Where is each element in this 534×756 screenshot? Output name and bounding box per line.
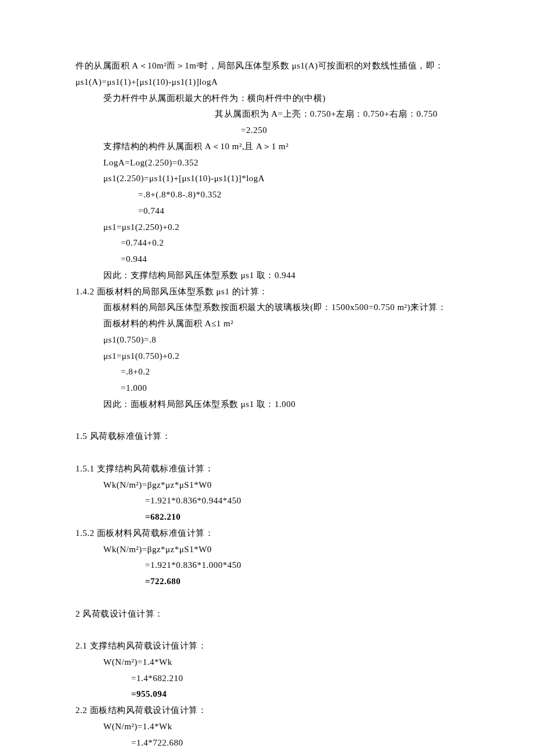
paragraph: Wk(N/m²)=βgz*μz*μS1*W0 — [75, 542, 459, 558]
paragraph: LogA=Log(2.250)=0.352 — [75, 155, 459, 171]
paragraph: μs1=μs1(0.750)+0.2 — [75, 348, 459, 365]
paragraph: =1.921*0.836*0.944*450 — [75, 493, 459, 509]
paragraph: 面板材料的构件从属面积 A≤1 m² — [75, 316, 459, 332]
paragraph: Wk(N/m²)=βgz*μz*μS1*W0 — [75, 477, 459, 494]
spacer — [75, 622, 459, 638]
paragraph: 件的从属面积 A＜10m²而＞1m²时，局部风压体型系数 μs1(A)可按面积的… — [75, 58, 459, 91]
paragraph: 其从属面积为 A=上亮：0.750+左扇：0.750+右扇：0.750 — [75, 106, 459, 123]
spacer — [75, 413, 459, 429]
result-value: =955.094 — [75, 686, 459, 703]
paragraph: W(N/m²)=1.4*Wk — [75, 654, 459, 671]
spacer — [75, 590, 459, 606]
paragraph: =1.921*0.836*1.000*450 — [75, 557, 459, 574]
paragraph: μs1(2.250)=μs1(1)+[μs1(10)-μs1(1)]*logA — [75, 171, 459, 187]
paragraph: =1.4*682.210 — [75, 671, 459, 687]
heading: 1.5 风荷载标准值计算： — [75, 429, 459, 445]
paragraph: 支撑结构的构件从属面积 A＜10 m²,且 A＞1 m² — [75, 139, 459, 155]
paragraph: =1.000 — [75, 380, 459, 397]
heading: 1.5.1 支撑结构风荷载标准值计算： — [75, 461, 459, 477]
paragraph: =2.250 — [75, 123, 459, 139]
result-value: =722.680 — [75, 574, 459, 590]
paragraph: μs1(0.750)=.8 — [75, 332, 459, 348]
heading: 1.4.2 面板材料的局部风压体型系数 μs1 的计算： — [75, 284, 459, 300]
paragraph: 面板材料的局部风压体型系数按面积最大的玻璃板块(即：1500x500=0.750… — [75, 300, 459, 316]
heading: 1.5.2 面板材料风荷载标准值计算： — [75, 525, 459, 542]
paragraph: =0.744 — [75, 203, 459, 219]
document-page: 件的从属面积 A＜10m²而＞1m²时，局部风压体型系数 μs1(A)可按面积的… — [0, 0, 534, 756]
paragraph: =.8+0.2 — [75, 364, 459, 380]
heading: 2.1 支撑结构风荷载设计值计算： — [75, 638, 459, 654]
paragraph: =0.744+0.2 — [75, 235, 459, 251]
spacer — [75, 445, 459, 461]
paragraph: W(N/m²)=1.4*Wk — [75, 719, 459, 735]
paragraph: 因此：支撑结构局部风压体型系数 μs1 取：0.944 — [75, 268, 459, 284]
paragraph: μs1=μs1(2.250)+0.2 — [75, 219, 459, 236]
paragraph: =0.944 — [75, 251, 459, 268]
paragraph: 因此：面板材料局部风压体型系数 μs1 取：1.000 — [75, 397, 459, 413]
heading: 2.2 面板结构风荷载设计值计算： — [75, 703, 459, 719]
paragraph: =1.4*722.680 — [75, 735, 459, 751]
result-value: =682.210 — [75, 509, 459, 525]
paragraph: 受力杆件中从属面积最大的杆件为：横向杆件中的(中横) — [75, 91, 459, 107]
paragraph: =.8+(.8*0.8-.8)*0.352 — [75, 187, 459, 203]
heading: 2 风荷载设计值计算： — [75, 606, 459, 622]
